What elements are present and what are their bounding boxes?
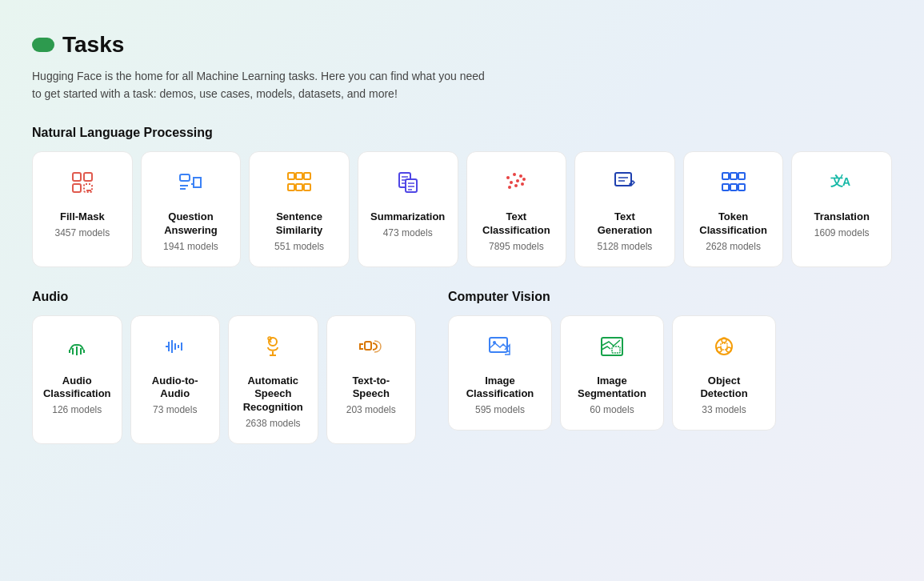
card-tts[interactable]: Text-to-Speech203 models — [326, 315, 417, 445]
image-segmentation-count: 60 models — [590, 404, 634, 415]
nlp-section: Natural Language Processing Fill-Mask345… — [32, 126, 892, 267]
image-classification-icon — [487, 334, 513, 363]
card-asr[interactable]: Automatic Speech Recognition2638 models — [228, 315, 318, 445]
asr-name: Automatic Speech Recognition — [242, 375, 305, 415]
card-image-segmentation[interactable]: Image Segmentation60 models — [560, 315, 664, 431]
svg-rect-10 — [304, 173, 310, 179]
status-dot — [32, 38, 54, 52]
svg-rect-34 — [722, 173, 729, 179]
audio-cards-row: Audio Classification126 models Audio-to-… — [32, 315, 416, 445]
asr-count: 2638 models — [246, 418, 301, 429]
sentence-similarity-icon — [286, 170, 312, 199]
summarization-name: Summarization — [370, 210, 445, 224]
object-detection-count: 33 models — [702, 404, 746, 415]
translation-name: Translation — [814, 210, 870, 224]
cv-section: Computer Vision Image Classification595 … — [448, 290, 892, 467]
svg-rect-37 — [722, 184, 729, 190]
text-classification-icon — [503, 170, 529, 199]
card-sentence-similarity[interactable]: Sentence Similarity551 models — [249, 151, 350, 267]
fill-mask-icon — [70, 170, 95, 199]
image-classification-count: 595 models — [475, 404, 525, 415]
question-answering-count: 1941 models — [163, 241, 218, 252]
image-classification-name: Image Classification — [462, 375, 538, 402]
audio-classification-count: 126 models — [52, 404, 102, 415]
svg-point-28 — [508, 186, 511, 189]
svg-rect-31 — [615, 173, 631, 186]
text-generation-name: Text Generation — [588, 210, 662, 238]
svg-rect-64 — [612, 347, 620, 353]
page-description: Hugging Face is the home for all Machine… — [32, 67, 892, 103]
svg-rect-11 — [288, 184, 294, 190]
summarization-count: 473 models — [383, 227, 433, 238]
svg-point-61 — [493, 341, 496, 344]
page-header: Tasks — [32, 32, 892, 58]
tts-count: 203 models — [346, 404, 396, 415]
svg-rect-9 — [296, 173, 302, 179]
page-title: Tasks — [62, 32, 124, 58]
svg-rect-2 — [73, 184, 81, 192]
audio-to-audio-name: Audio-to-Audio — [144, 375, 207, 402]
sentence-similarity-name: Sentence Similarity — [262, 210, 336, 238]
fill-mask-name: Fill-Mask — [60, 210, 105, 224]
svg-point-29 — [514, 184, 518, 187]
svg-rect-5 — [180, 174, 190, 181]
card-fill-mask[interactable]: Fill-Mask3457 models — [32, 151, 133, 267]
card-token-classification[interactable]: Token Classification2628 models — [683, 151, 784, 267]
card-object-detection[interactable]: Object Detection33 models — [672, 315, 776, 431]
svg-point-24 — [519, 174, 522, 178]
nlp-section-title: Natural Language Processing — [32, 126, 892, 140]
object-detection-name: Object Detection — [686, 375, 762, 402]
svg-rect-38 — [730, 184, 737, 190]
text-classification-name: Text Classification — [480, 210, 554, 238]
text-generation-count: 5128 models — [598, 241, 653, 252]
svg-point-26 — [516, 179, 519, 182]
audio-section-title: Audio — [32, 290, 416, 304]
card-image-classification[interactable]: Image Classification595 models — [448, 315, 552, 431]
svg-rect-8 — [288, 173, 294, 179]
svg-point-27 — [522, 178, 526, 181]
svg-rect-1 — [84, 173, 92, 181]
translation-count: 1609 models — [814, 227, 870, 238]
fill-mask-count: 3457 models — [54, 227, 110, 238]
nlp-cards-row: Fill-Mask3457 models Question Answering1… — [32, 151, 892, 267]
question-answering-icon — [178, 170, 203, 199]
card-audio-classification[interactable]: Audio Classification126 models — [32, 315, 122, 445]
svg-rect-0 — [73, 173, 81, 181]
svg-rect-39 — [738, 184, 745, 190]
card-question-answering[interactable]: Question Answering1941 models — [141, 151, 242, 267]
audio-to-audio-icon — [162, 334, 188, 363]
card-text-generation[interactable]: Text Generation5128 models — [574, 151, 675, 267]
svg-point-30 — [521, 182, 524, 186]
svg-rect-36 — [738, 173, 745, 179]
sentence-similarity-count: 551 models — [274, 241, 324, 252]
tts-name: Text-to-Speech — [340, 375, 403, 402]
token-classification-count: 2628 models — [706, 241, 761, 252]
image-segmentation-icon — [599, 334, 625, 363]
card-translation[interactable]: 文 A Translation1609 models — [791, 151, 892, 267]
text-classification-count: 7895 models — [489, 241, 544, 252]
text-generation-icon — [612, 170, 638, 199]
card-text-classification[interactable]: Text Classification7895 models — [466, 151, 567, 267]
cv-cards-row: Image Classification595 models Image Seg… — [448, 315, 892, 431]
audio-classification-icon — [64, 334, 90, 363]
svg-point-25 — [510, 181, 513, 184]
svg-rect-59 — [365, 342, 371, 350]
card-audio-to-audio[interactable]: Audio-to-Audio73 models — [130, 315, 221, 445]
svg-point-22 — [506, 176, 510, 179]
svg-rect-35 — [730, 173, 737, 179]
audio-section: Audio Audio Classification126 models Aud… — [32, 290, 416, 467]
tts-icon — [358, 334, 384, 363]
bottom-sections: Audio Audio Classification126 models Aud… — [32, 290, 892, 467]
translation-icon: 文 A — [829, 170, 854, 199]
card-summarization[interactable]: Summarization473 models — [358, 151, 458, 267]
summarization-icon — [395, 170, 421, 199]
cv-section-title: Computer Vision — [448, 290, 892, 304]
audio-classification-name: Audio Classification — [43, 375, 111, 402]
audio-to-audio-count: 73 models — [153, 404, 197, 415]
svg-point-23 — [513, 173, 516, 176]
image-segmentation-name: Image Segmentation — [574, 375, 650, 402]
token-classification-icon — [721, 170, 746, 199]
svg-rect-12 — [296, 184, 302, 190]
token-classification-name: Token Classification — [697, 210, 770, 238]
question-answering-name: Question Answering — [154, 210, 228, 238]
